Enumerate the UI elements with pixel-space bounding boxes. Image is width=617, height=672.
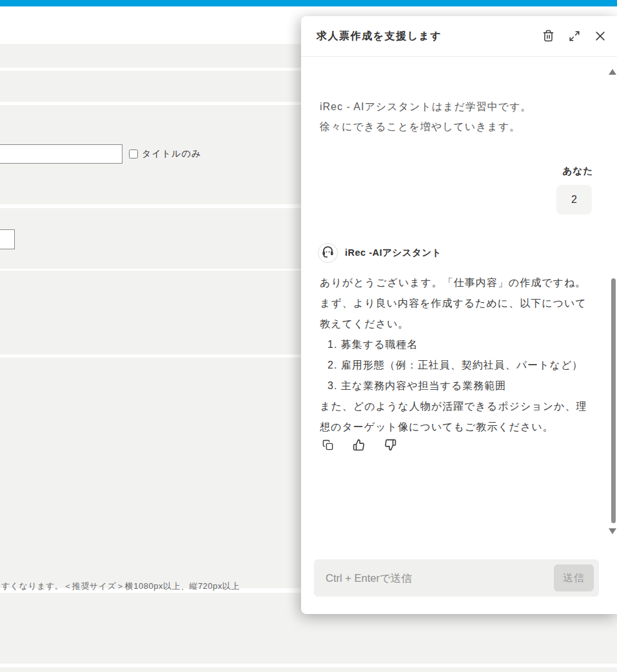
copy-icon xyxy=(322,439,333,452)
thumbs-down-icon xyxy=(384,439,397,453)
assistant-list-item: 1. 募集する職種名 xyxy=(328,334,593,355)
trash-icon xyxy=(542,30,554,44)
chat-panel-title: 求人票作成を支援します xyxy=(317,16,442,57)
copy-button[interactable] xyxy=(322,439,333,453)
top-accent-bar xyxy=(0,0,617,6)
chat-composer: 送信 xyxy=(314,559,599,597)
headset-agent-icon xyxy=(321,245,335,261)
upload-helper-text: すくなります。＜推奨サイズ＞横1080px以上、縦720px以上 xyxy=(1,581,240,592)
thumbs-up-button[interactable] xyxy=(353,439,365,453)
page: タイトルのみ すくなります。＜推奨サイズ＞横1080px以上、縦720px以上 … xyxy=(0,0,617,672)
user-label: あなた xyxy=(562,165,593,177)
message-actions xyxy=(322,439,397,453)
background-row xyxy=(0,667,617,672)
assistant-name: iRec -AIアシスタント xyxy=(345,247,442,259)
user-message-text: 2 xyxy=(571,194,577,206)
title-only-checkbox[interactable] xyxy=(129,149,138,158)
expand-chat-button[interactable] xyxy=(567,29,582,44)
chat-input[interactable] xyxy=(314,559,554,597)
title-only-label: タイトルのみ xyxy=(142,148,201,160)
clear-chat-button[interactable] xyxy=(540,29,556,44)
assistant-message: ありがとうございます。「仕事内容」の作成ですね。まず、より良い内容を作成するため… xyxy=(320,273,593,437)
thumbs-down-button[interactable] xyxy=(384,439,397,453)
title-only-option[interactable]: タイトルのみ xyxy=(129,148,201,160)
keyword-input[interactable] xyxy=(0,144,122,164)
chat-assistant-panel: 求人票作成を支援します xyxy=(301,16,617,614)
assistant-list-item: 3. 主な業務内容や担当する業務範囲 xyxy=(328,376,593,396)
scrollbar-up-button[interactable] xyxy=(609,69,616,75)
partial-input-box[interactable] xyxy=(0,229,15,249)
assistant-header: iRec -AIアシスタント xyxy=(318,243,442,263)
chat-panel-header: 求人票作成を支援します xyxy=(301,16,617,57)
intro-message: iRec - AIアシスタントはまだ学習中です。 徐々にできることを増やしていき… xyxy=(320,97,532,137)
intro-line-2: 徐々にできることを増やしていきます。 xyxy=(320,117,532,137)
assistant-paragraph-1: ありがとうございます。「仕事内容」の作成ですね。まず、より良い内容を作成するため… xyxy=(320,273,593,334)
intro-line-1: iRec - AIアシスタントはまだ学習中です。 xyxy=(320,97,532,117)
expand-icon xyxy=(569,30,580,44)
scrollbar-down-button[interactable] xyxy=(609,528,616,534)
user-message-bubble: 2 xyxy=(556,185,592,215)
close-chat-button[interactable] xyxy=(593,29,608,44)
assistant-list-item: 2. 雇用形態（例：正社員、契約社員、パートなど） xyxy=(328,355,593,376)
send-button[interactable]: 送信 xyxy=(554,564,594,591)
assistant-paragraph-2: また、どのような人物が活躍できるポジションか、理想のターゲット像についてもご教示… xyxy=(320,396,593,437)
assistant-avatar xyxy=(318,243,338,263)
assistant-list: 1. 募集する職種名 2. 雇用形態（例：正社員、契約社員、パートなど） 3. … xyxy=(328,334,593,396)
close-icon xyxy=(594,30,607,44)
thumbs-up-icon xyxy=(353,439,365,453)
scrollbar-thumb[interactable] xyxy=(611,278,616,523)
